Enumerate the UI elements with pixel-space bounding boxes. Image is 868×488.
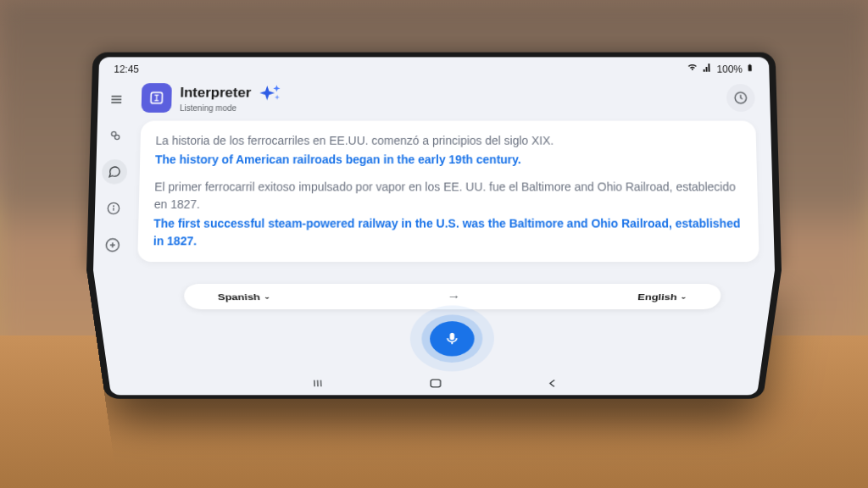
info-icon[interactable]: [101, 196, 127, 220]
chevron-down-icon: ⌄: [680, 293, 687, 300]
svg-point-5: [108, 202, 120, 214]
recents-button[interactable]: [309, 379, 326, 389]
screen-top: 12:45 100%: [93, 57, 775, 270]
sparkle-icon: [258, 82, 283, 103]
app-title: Interpreter: [180, 85, 251, 101]
screen-bottom: Spanish ⌄ → English ⌄: [93, 270, 775, 395]
interpreter-app-icon: [142, 83, 172, 113]
svg-point-12: [735, 92, 747, 103]
main-area: Interpreter Listening mode La: [93, 79, 775, 270]
battery-icon: [746, 62, 754, 75]
svg-rect-16: [431, 380, 440, 387]
transcript-translated-1: The history of American railroads began …: [155, 151, 742, 168]
content-area: Interpreter Listening mode La: [131, 79, 775, 270]
chat-icon[interactable]: [102, 159, 128, 184]
home-button[interactable]: [428, 378, 442, 389]
microphone-button[interactable]: [430, 321, 475, 356]
swap-languages-button[interactable]: →: [448, 291, 461, 302]
signal-icon: [702, 63, 714, 75]
status-bar: 12:45 100%: [98, 57, 769, 79]
back-button[interactable]: [546, 379, 559, 389]
transcript-card: La historia de los ferrocarriles en EE.U…: [137, 121, 759, 263]
chevron-down-icon: ⌄: [264, 293, 270, 300]
transcript-translated-2: The first successful steam-powered railw…: [153, 215, 744, 250]
history-icon[interactable]: [726, 84, 755, 112]
target-language-select[interactable]: English ⌄: [637, 291, 687, 302]
transcript-source-1: La historia de los ferrocarriles en EE.U…: [155, 132, 741, 149]
link-icon[interactable]: [103, 123, 128, 147]
status-time: 12:45: [114, 64, 139, 75]
wifi-icon: [687, 63, 698, 75]
language-bar: Spanish ⌄ → English ⌄: [183, 284, 722, 309]
foldable-device: 12:45 100%: [86, 47, 782, 438]
menu-icon[interactable]: [103, 87, 129, 112]
app-header: Interpreter Listening mode: [141, 82, 755, 120]
transcript-source-2: El primer ferrocarril exitoso impulsado …: [154, 179, 743, 214]
svg-point-4: [114, 135, 119, 139]
nav-bar: [108, 373, 760, 395]
bottom-content: Spanish ⌄ → English ⌄: [93, 270, 775, 373]
svg-point-8: [106, 239, 119, 252]
add-icon[interactable]: [99, 232, 125, 258]
title-wrap: Interpreter Listening mode: [180, 82, 719, 113]
svg-point-3: [112, 131, 116, 136]
svg-point-7: [114, 206, 114, 207]
source-language-label: Spanish: [217, 291, 260, 302]
device-bottom-half: Spanish ⌄ → English ⌄: [86, 270, 782, 399]
device-top-half: 12:45 100%: [86, 53, 782, 270]
source-language-select[interactable]: Spanish ⌄: [217, 291, 270, 302]
battery-percent: 100%: [716, 64, 743, 75]
svg-rect-11: [151, 92, 162, 103]
status-indicators: 100%: [687, 62, 754, 75]
app-subtitle: Listening mode: [180, 103, 719, 113]
side-rail: [93, 79, 136, 270]
target-language-label: English: [637, 291, 678, 302]
